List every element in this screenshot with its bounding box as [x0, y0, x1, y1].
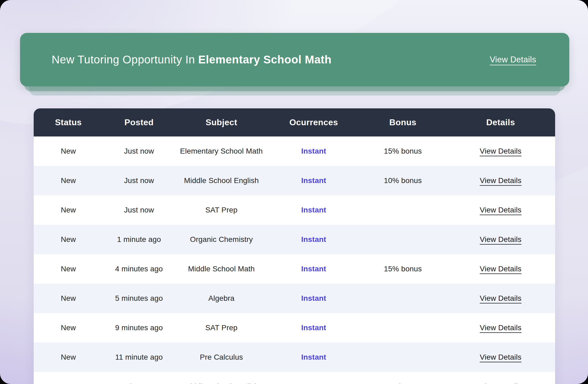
posted-cell: 12 minutes ago — [103, 382, 175, 384]
subject-cell: Organic Chemistry — [175, 235, 268, 244]
view-details-link[interactable]: View Details — [480, 147, 521, 155]
subject-cell: Middle School Math — [175, 265, 268, 273]
column-header-subject: Subject — [175, 117, 268, 127]
view-details-link[interactable]: View Details — [480, 235, 521, 244]
status-cell: New — [34, 324, 103, 332]
table-row: New1 minute agoOrganic ChemistryInstantV… — [34, 225, 555, 254]
details-cell: View Details — [446, 176, 555, 185]
table-row: New11 minute agoPre CalculusInstantView … — [34, 343, 555, 372]
details-cell: View Details — [446, 324, 555, 332]
subject-cell: Middle School English — [175, 176, 268, 185]
bonus-cell: 5% bonus — [359, 382, 446, 384]
column-header-posted: Posted — [103, 117, 175, 127]
view-details-link[interactable]: View Details — [480, 353, 521, 361]
posted-cell: 11 minute ago — [103, 353, 175, 362]
table-header: StatusPostedSubjectOcurrencesBonusDetail… — [34, 108, 555, 136]
details-cell: View Details — [446, 265, 555, 273]
column-header-status: Status — [34, 117, 103, 127]
posted-cell: Just now — [103, 176, 175, 185]
subject-cell: Elementary School Math — [175, 147, 268, 155]
view-details-link[interactable]: View Details — [480, 382, 521, 384]
view-details-link[interactable]: View Details — [480, 324, 521, 332]
details-cell: View Details — [446, 353, 555, 362]
view-details-link[interactable]: View Details — [480, 294, 521, 302]
view-details-link[interactable]: View Details — [480, 265, 521, 273]
subject-cell: Middle School English — [175, 382, 268, 384]
table-body: NewJust nowElementary School MathInstant… — [34, 136, 555, 384]
opportunities-table: StatusPostedSubjectOcurrencesBonusDetail… — [34, 108, 555, 384]
subject-cell: Pre Calculus — [175, 353, 268, 362]
occurrences-cell: Instant — [268, 353, 359, 362]
subject-cell: SAT Prep — [175, 206, 268, 214]
banner-title: New Tutoring Opportunity In Elementary S… — [52, 53, 331, 66]
table-row: New12 minutes agoMiddle School EnglishIn… — [34, 372, 555, 384]
page-background: New Tutoring Opportunity In Elementary S… — [0, 0, 588, 384]
subject-cell: SAT Prep — [175, 324, 268, 332]
subject-cell: Algebra — [175, 294, 268, 303]
table-row: New9 minutes agoSAT PrepInstantView Deta… — [34, 313, 555, 343]
column-header-ocurrences: Ocurrences — [268, 117, 359, 127]
details-cell: View Details — [446, 147, 555, 155]
occurrences-cell: Instant — [268, 176, 359, 185]
occurrences-cell: Instant — [268, 206, 359, 214]
occurrences-cell: Instant — [268, 147, 359, 155]
occurrences-cell: Instant — [268, 265, 359, 273]
posted-cell: Just now — [103, 206, 175, 214]
status-cell: New — [34, 206, 103, 214]
occurrences-cell: Instant — [268, 235, 359, 244]
table-row: NewJust nowMiddle School EnglishInstant1… — [34, 166, 555, 195]
table-row: New4 minutes agoMiddle School MathInstan… — [34, 254, 555, 284]
table-row: NewJust nowElementary School MathInstant… — [34, 136, 555, 166]
status-cell: New — [34, 147, 103, 155]
posted-cell: 4 minutes ago — [103, 265, 175, 273]
occurrences-cell: Instant — [268, 294, 359, 303]
bonus-cell: 15% bonus — [359, 265, 446, 273]
banner-view-details-link[interactable]: View Details — [490, 55, 536, 64]
banner-title-prefix: New Tutoring Opportunity In — [52, 53, 198, 66]
details-cell: View Details — [446, 235, 555, 244]
column-header-details: Details — [446, 117, 555, 127]
posted-cell: 5 minutes ago — [103, 294, 175, 303]
bonus-cell: 15% bonus — [359, 147, 446, 155]
bonus-cell: 10% bonus — [359, 176, 446, 185]
view-details-link[interactable]: View Details — [480, 206, 521, 214]
posted-cell: 9 minutes ago — [103, 324, 175, 332]
table-row: New5 minutes agoAlgebraInstantView Detai… — [34, 284, 555, 313]
banner-title-subject: Elementary School Math — [198, 53, 332, 66]
status-cell: New — [34, 235, 103, 244]
status-cell: New — [34, 265, 103, 273]
status-cell: New — [34, 176, 103, 185]
posted-cell: 1 minute ago — [103, 235, 175, 244]
status-cell: New — [34, 294, 103, 303]
status-cell: New — [34, 353, 103, 362]
table-row: NewJust nowSAT PrepInstantView Details — [34, 195, 555, 225]
notification-banner-stack: New Tutoring Opportunity In Elementary S… — [20, 33, 569, 86]
details-cell: View Details — [446, 206, 555, 214]
notification-banner: New Tutoring Opportunity In Elementary S… — [20, 33, 569, 86]
posted-cell: Just now — [103, 147, 175, 155]
occurrences-cell: Instant — [268, 324, 359, 332]
view-details-link[interactable]: View Details — [480, 176, 521, 185]
occurrences-cell: Instant — [268, 382, 359, 384]
column-header-bonus: Bonus — [359, 117, 446, 127]
status-cell: New — [34, 382, 103, 384]
details-cell: View Details — [446, 294, 555, 303]
details-cell: View Details — [446, 382, 555, 384]
